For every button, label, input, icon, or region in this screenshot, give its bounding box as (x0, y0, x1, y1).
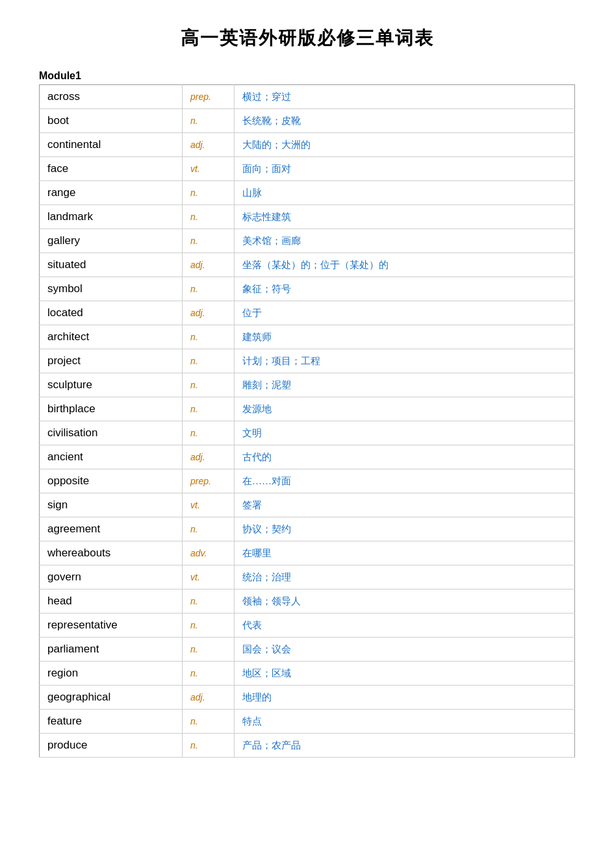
word-cell: sign (40, 493, 183, 517)
pos-cell: adj. (183, 445, 235, 469)
word-cell: sculpture (40, 373, 183, 397)
pos-cell: vt. (183, 157, 235, 181)
table-row: agreementn.协议；契约 (40, 517, 575, 541)
table-row: symboln.象征；符号 (40, 277, 575, 301)
pos-cell: n. (183, 614, 235, 638)
table-row: ancientadj.古代的 (40, 445, 575, 469)
meaning-cell: 领袖；领导人 (235, 589, 575, 614)
word-cell: project (40, 349, 183, 373)
table-row: civilisationn.文明 (40, 421, 575, 445)
table-row: governvt.统治；治理 (40, 565, 575, 589)
pos-cell: n. (183, 734, 235, 758)
word-cell: representative (40, 614, 183, 638)
table-row: featuren.特点 (40, 710, 575, 734)
table-row: geographicaladj.地理的 (40, 686, 575, 710)
table-row: projectn.计划；项目；工程 (40, 349, 575, 373)
pos-cell: n. (183, 373, 235, 397)
table-row: architectn.建筑师 (40, 325, 575, 349)
meaning-cell: 统治；治理 (235, 565, 575, 589)
word-cell: boot (40, 109, 183, 133)
meaning-cell: 横过；穿过 (235, 85, 575, 109)
pos-cell: adj. (183, 301, 235, 325)
pos-cell: n. (183, 710, 235, 734)
meaning-cell: 面向；面对 (235, 157, 575, 181)
word-cell: whereabouts (40, 541, 183, 565)
meaning-cell: 地理的 (235, 686, 575, 710)
meaning-cell: 山脉 (235, 181, 575, 205)
meaning-cell: 古代的 (235, 445, 575, 469)
pos-cell: n. (183, 109, 235, 133)
word-cell: architect (40, 325, 183, 349)
meaning-cell: 代表 (235, 614, 575, 638)
meaning-cell: 国会；议会 (235, 638, 575, 662)
pos-cell: adv. (183, 541, 235, 565)
meaning-cell: 大陆的；大洲的 (235, 133, 575, 157)
meaning-cell: 美术馆；画廊 (235, 229, 575, 253)
table-row: headn.领袖；领导人 (40, 589, 575, 614)
word-cell: across (40, 85, 183, 109)
word-cell: gallery (40, 229, 183, 253)
table-row: rangen.山脉 (40, 181, 575, 205)
word-cell: parliament (40, 638, 183, 662)
meaning-cell: 坐落（某处）的；位于（某处）的 (235, 253, 575, 277)
table-row: sculpturen.雕刻；泥塑 (40, 373, 575, 397)
word-cell: produce (40, 734, 183, 758)
word-cell: birthplace (40, 397, 183, 421)
table-row: producen.产品；农产品 (40, 734, 575, 758)
pos-cell: n. (183, 181, 235, 205)
meaning-cell: 发源地 (235, 397, 575, 421)
word-cell: continental (40, 133, 183, 157)
word-cell: opposite (40, 469, 183, 493)
meaning-cell: 位于 (235, 301, 575, 325)
meaning-cell: 协议；契约 (235, 517, 575, 541)
table-row: acrossprep.横过；穿过 (40, 85, 575, 109)
pos-cell: adj. (183, 133, 235, 157)
table-row: parliamentn.国会；议会 (40, 638, 575, 662)
table-row: representativen.代表 (40, 614, 575, 638)
table-row: bootn.长统靴；皮靴 (40, 109, 575, 133)
table-row: continentaladj.大陆的；大洲的 (40, 133, 575, 157)
page-title: 高一英语外研版必修三单词表 (39, 26, 575, 51)
meaning-cell: 长统靴；皮靴 (235, 109, 575, 133)
table-row: birthplacen.发源地 (40, 397, 575, 421)
pos-cell: vt. (183, 493, 235, 517)
pos-cell: n. (183, 325, 235, 349)
table-row: locatedadj.位于 (40, 301, 575, 325)
pos-cell: n. (183, 638, 235, 662)
pos-cell: n. (183, 277, 235, 301)
word-cell: situated (40, 253, 183, 277)
word-cell: govern (40, 565, 183, 589)
pos-cell: adj. (183, 686, 235, 710)
table-row: facevt.面向；面对 (40, 157, 575, 181)
meaning-cell: 建筑师 (235, 325, 575, 349)
word-cell: landmark (40, 205, 183, 229)
table-row: regionn.地区；区域 (40, 662, 575, 686)
table-row: whereaboutsadv.在哪里 (40, 541, 575, 565)
pos-cell: adj. (183, 253, 235, 277)
pos-cell: n. (183, 349, 235, 373)
meaning-cell: 雕刻；泥塑 (235, 373, 575, 397)
meaning-cell: 在……对面 (235, 469, 575, 493)
pos-cell: n. (183, 662, 235, 686)
word-cell: geographical (40, 686, 183, 710)
pos-cell: prep. (183, 469, 235, 493)
meaning-cell: 在哪里 (235, 541, 575, 565)
pos-cell: n. (183, 589, 235, 614)
word-cell: feature (40, 710, 183, 734)
pos-cell: n. (183, 205, 235, 229)
table-row: signvt.签署 (40, 493, 575, 517)
meaning-cell: 签署 (235, 493, 575, 517)
word-cell: range (40, 181, 183, 205)
pos-cell: prep. (183, 85, 235, 109)
word-cell: civilisation (40, 421, 183, 445)
meaning-cell: 象征；符号 (235, 277, 575, 301)
word-cell: ancient (40, 445, 183, 469)
word-cell: head (40, 589, 183, 614)
meaning-cell: 计划；项目；工程 (235, 349, 575, 373)
word-cell: agreement (40, 517, 183, 541)
meaning-cell: 文明 (235, 421, 575, 445)
word-cell: face (40, 157, 183, 181)
word-cell: symbol (40, 277, 183, 301)
table-row: situatedadj.坐落（某处）的；位于（某处）的 (40, 253, 575, 277)
meaning-cell: 特点 (235, 710, 575, 734)
